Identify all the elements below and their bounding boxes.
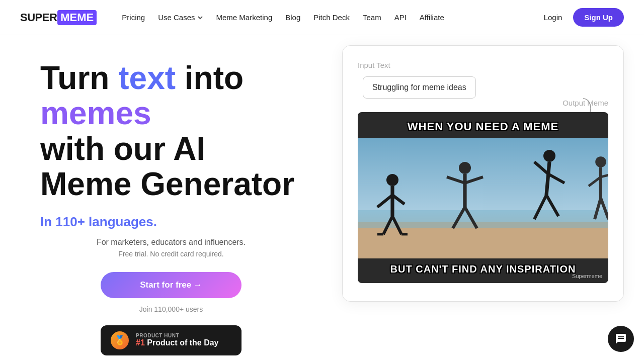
product-hunt-label: PRODUCT HUNT <box>136 333 218 338</box>
product-hunt-num: #1 <box>136 338 145 347</box>
meme-bottom-text: BUT CAN'T FIND ANY INSPIRATION <box>380 263 586 283</box>
svg-point-11 <box>459 162 471 174</box>
demo-input-box[interactable]: Struggling for meme ideas <box>363 76 476 99</box>
logo[interactable]: SUPERMEME <box>20 10 97 25</box>
nav-right: Login Sign Up <box>538 8 624 27</box>
hero-heading-turn: Turn <box>40 60 118 96</box>
nav-blog[interactable]: Blog <box>280 10 305 25</box>
product-hunt-badge: 🏅 PRODUCT HUNT #1 Product of the Day <box>101 325 242 355</box>
join-text: Join 110,000+ users <box>40 305 302 313</box>
hero-heading-memes: memes <box>40 95 151 131</box>
demo-card: Input Text Struggling for meme ideas Out… <box>342 45 624 302</box>
logo-meme: MEME <box>57 10 97 25</box>
hero-description: For marketers, educators and influencers… <box>40 238 302 247</box>
product-hunt-text: PRODUCT HUNT #1 Product of the Day <box>136 333 218 347</box>
nav-api[interactable]: API <box>389 10 412 25</box>
chat-icon <box>615 333 627 345</box>
demo-input-label: Input Text <box>358 61 608 69</box>
login-button[interactable]: Login <box>538 10 569 25</box>
chat-button[interactable] <box>608 326 634 352</box>
hero-heading: Turn text into memes with our AI Meme Ge… <box>40 60 302 202</box>
nav-use-cases[interactable]: Use Cases <box>153 10 208 25</box>
product-hunt-medal: 🏅 <box>111 331 129 349</box>
demo-meme-image: WHEN YOU NEED A MEME <box>358 112 608 283</box>
hero-section: Turn text into memes with our AI Meme Ge… <box>0 35 332 362</box>
product-hunt-title: #1 Product of the Day <box>136 338 218 347</box>
hero-heading-rest: with our AI Meme Generator <box>40 131 294 202</box>
demo-section: Input Text Struggling for meme ideas Out… <box>332 35 644 362</box>
nav-links: Pricing Use Cases Meme Marketing Blog Pi… <box>117 10 537 25</box>
svg-point-3 <box>386 174 398 186</box>
nav-affiliate[interactable]: Affiliate <box>415 10 449 25</box>
hero-trial: Free trial. No credit card required. <box>40 250 302 258</box>
meme-scene-svg <box>358 138 608 258</box>
svg-point-23 <box>595 156 606 167</box>
product-hunt-title-text: Product of the Day <box>145 338 219 347</box>
nav-meme-marketing[interactable]: Meme Marketing <box>211 10 278 25</box>
logo-super: SUPER <box>20 11 57 24</box>
nav-pricing[interactable]: Pricing <box>117 10 150 25</box>
svg-point-17 <box>543 150 555 162</box>
nav-team[interactable]: Team <box>358 10 386 25</box>
meme-top-text: WHEN YOU NEED A MEME <box>397 112 569 133</box>
signup-button[interactable]: Sign Up <box>573 8 624 27</box>
nav-pitch-deck[interactable]: Pitch Deck <box>308 10 355 25</box>
hero-heading-into: into <box>176 60 244 96</box>
chevron-down-icon <box>197 15 203 21</box>
meme-scene <box>358 138 608 258</box>
main-content: Turn text into memes with our AI Meme Ge… <box>0 35 644 362</box>
hero-heading-text: text <box>118 60 176 96</box>
navbar: SUPERMEME Pricing Use Cases Meme Marketi… <box>0 0 644 35</box>
meme-watermark: Supermeme <box>572 273 602 279</box>
hero-languages: In 110+ languages. <box>40 214 302 230</box>
start-free-button[interactable]: Start for free → <box>101 272 242 298</box>
